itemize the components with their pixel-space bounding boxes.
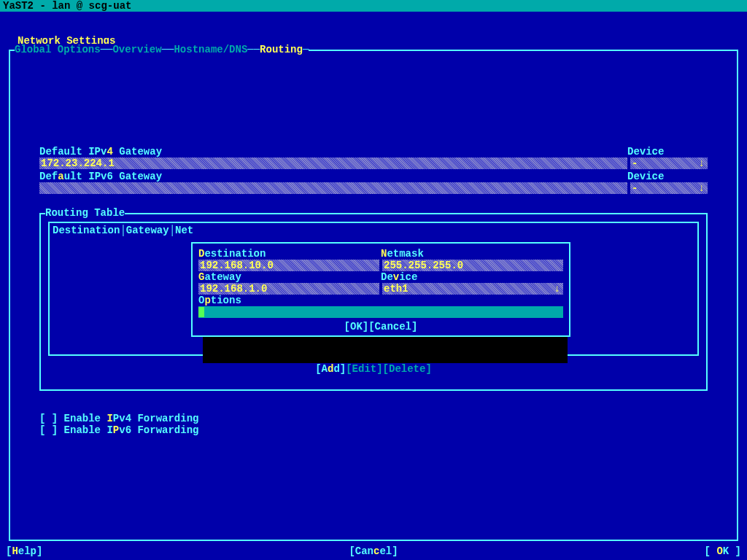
forwarding-checks: [ ] Enable IPv4 Forwarding [ ] Enable IP…	[39, 413, 708, 436]
gw4-device-select[interactable]: -↓	[630, 158, 708, 169]
gw6-input-row: -↓	[39, 182, 708, 194]
routing-table-title: Routing Table	[45, 207, 125, 219]
route-dialog: Destination Netmask 192.168.10.0 255.255…	[191, 242, 570, 337]
cursor-icon	[198, 307, 204, 317]
dialog-ok-button[interactable]: [OK]	[344, 321, 369, 332]
gw4-label: Default IPv4 Gateway	[39, 146, 162, 158]
tab-overview[interactable]: Overview	[112, 44, 161, 55]
tab-routing[interactable]: Routing	[260, 44, 303, 55]
help-button[interactable]: [Help]	[6, 545, 42, 557]
device-label-2: Device	[627, 171, 708, 182]
main-area: Network Settings Global Options──Overvie…	[0, 23, 747, 560]
gw4-input[interactable]: 172.23.224.1	[39, 158, 627, 169]
options-label: Options	[198, 295, 241, 306]
device-select[interactable]: eth1↓	[382, 283, 563, 295]
chevron-down-icon: ↓	[699, 158, 705, 169]
gateway-input[interactable]: 192.168.1.0	[198, 283, 379, 295]
cancel-button[interactable]: [Cancel]	[349, 545, 398, 557]
window-titlebar: YaST2 - lan @ scg-uat	[0, 0, 747, 12]
tab-global[interactable]: Global Options	[15, 44, 101, 55]
tab-row: Global Options──Overview──Hostname/DNS──…	[15, 44, 309, 55]
destination-input[interactable]: 192.168.10.0	[198, 260, 379, 271]
gw4-input-row: 172.23.224.1 -↓	[39, 158, 708, 169]
bottom-bar: [Help] [Cancel] [ OK ]	[0, 545, 747, 560]
gw4-label-row: Default IPv4 Gateway Device	[39, 146, 708, 158]
gw6-input[interactable]	[39, 182, 627, 194]
netmask-label: Netmask	[381, 248, 424, 260]
options-input[interactable]	[198, 306, 563, 318]
dest-label: Destination	[198, 248, 266, 260]
ipv6-forwarding-checkbox[interactable]: [ ] Enable IPv6 Forwarding	[39, 424, 708, 436]
netmask-input[interactable]: 255.255.255.0	[382, 260, 563, 271]
gw6-label: Default IPv6 Gateway	[39, 171, 162, 182]
table-headers: Destination│Gateway│Net	[50, 223, 697, 238]
ok-button[interactable]: [ OK ]	[705, 545, 741, 557]
dialog-buttons: [OK][Cancel]	[198, 321, 563, 332]
gw6-device-select[interactable]: -↓	[630, 182, 708, 194]
delete-button[interactable]: [Delete]	[383, 363, 432, 375]
chevron-down-icon: ↓	[699, 182, 705, 194]
gateway-label: Gateway	[198, 271, 241, 283]
spacer	[0, 12, 747, 23]
dialog-cancel-button[interactable]: [Cancel]	[368, 321, 417, 332]
gw6-label-row: Default IPv6 Gateway Device	[39, 171, 708, 182]
device-label: Device	[381, 271, 417, 283]
chevron-down-icon: ↓	[554, 283, 560, 295]
edit-button[interactable]: [Edit]	[346, 363, 382, 375]
tab-hostname[interactable]: Hostname/DNS	[174, 44, 247, 55]
table-actions: [Add][Edit][Delete]	[41, 363, 706, 375]
ipv4-forwarding-checkbox[interactable]: [ ] Enable IPv4 Forwarding	[39, 413, 708, 424]
device-label-1: Device	[627, 146, 708, 158]
add-button[interactable]: [Add]	[315, 363, 346, 375]
